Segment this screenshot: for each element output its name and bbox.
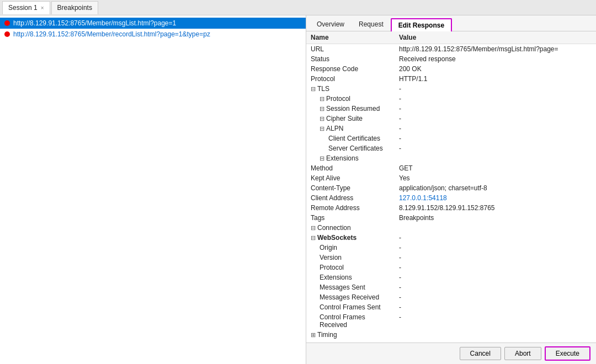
table-row: Server Certificates-	[306, 143, 596, 153]
right-tab-edit-response[interactable]: Edit Response	[391, 18, 452, 31]
table-row: ⊟Extensions	[306, 153, 596, 163]
breakpoint-dot	[4, 20, 10, 26]
table-row: ⊞Timing	[306, 330, 596, 340]
breakpoints-tab[interactable]: Breakpoints	[51, 1, 98, 14]
property-value: -	[395, 263, 596, 272]
property-value: Received response	[395, 54, 596, 64]
table-row: Response Code200 OK	[306, 64, 596, 74]
collapse-icon[interactable]: ⊟	[320, 105, 324, 113]
right-tab-request[interactable]: Request	[352, 18, 391, 31]
table-row: Messages Received-	[306, 292, 596, 302]
property-value: http://8.129.91.152:8765/Member/msgList.…	[395, 44, 596, 54]
breakpoint-list-item[interactable]: http://8.129.91.152:8765/Member/recordLi…	[0, 29, 306, 40]
property-name: Client Certificates	[328, 135, 380, 142]
collapse-icon[interactable]: ⊟	[320, 95, 324, 103]
properties-table: URLhttp://8.129.91.152:8765/Member/msgLi…	[306, 44, 596, 340]
property-name: Content-Type	[311, 184, 350, 192]
property-value: 200 OK	[395, 64, 596, 74]
table-row: Client Certificates-	[306, 133, 596, 143]
left-panel: http://8.129.91.152:8765/Member/msgList.…	[0, 15, 306, 364]
collapse-icon[interactable]: ⊟	[311, 224, 316, 232]
property-value: -	[395, 312, 596, 330]
collapse-icon[interactable]: ⊟	[320, 115, 324, 122]
collapse-icon[interactable]: ⊟	[320, 155, 324, 162]
table-row: ⊟Cipher Suite-	[306, 114, 596, 124]
property-value: -	[395, 282, 596, 292]
main-container: http://8.129.91.152:8765/Member/msgList.…	[0, 15, 596, 364]
property-name: Messages Sent	[320, 283, 365, 291]
execute-button[interactable]: Execute	[545, 346, 590, 361]
breakpoint-url[interactable]: http://8.129.91.152:8765/Member/msgList.…	[13, 19, 176, 27]
table-row: MethodGET	[306, 163, 596, 173]
table-row: Version-	[306, 253, 596, 263]
property-value: Breakpoints	[395, 213, 596, 223]
property-name: Messages Received	[320, 293, 379, 301]
abort-button[interactable]: Abort	[504, 347, 541, 360]
property-value: -	[395, 253, 596, 263]
table-row: ⊟Connection	[306, 223, 596, 233]
right-tab-overview[interactable]: Overview	[310, 18, 352, 31]
property-name: ALPN	[326, 125, 343, 132]
breakpoint-url[interactable]: http://8.129.91.152:8765/Member/recordLi…	[13, 30, 210, 38]
right-panel: OverviewRequestEdit Response Name Value …	[306, 15, 596, 364]
property-value: -	[395, 114, 596, 124]
property-value: 8.129.91.152/8.129.91.152:8765	[395, 203, 596, 213]
table-row: Remote Address8.129.91.152/8.129.91.152:…	[306, 203, 596, 213]
property-name: Protocol	[320, 264, 344, 271]
property-name: Cipher Suite	[326, 115, 363, 122]
table-row: URLhttp://8.129.91.152:8765/Member/msgLi…	[306, 44, 596, 54]
breakpoint-list-item[interactable]: http://8.129.91.152:8765/Member/msgList.…	[0, 18, 306, 29]
property-value: -	[395, 104, 596, 114]
table-row: ⊟Session Resumed-	[306, 104, 596, 114]
column-headers: Name Value	[306, 31, 596, 44]
property-value: -	[395, 143, 596, 153]
table-row: Messages Sent-	[306, 282, 596, 292]
table-row: StatusReceived response	[306, 54, 596, 64]
breakpoints-list: http://8.129.91.152:8765/Member/msgList.…	[0, 15, 306, 42]
property-name: Origin	[320, 244, 337, 251]
property-value: -	[395, 243, 596, 253]
property-value: -	[395, 124, 596, 133]
property-name: TLS	[317, 85, 329, 93]
breakpoint-dot	[4, 31, 10, 37]
property-value: application/json; charset=utf-8	[395, 183, 596, 193]
property-name: Server Certificates	[328, 144, 383, 152]
property-name: Tags	[311, 214, 324, 222]
property-name: Extensions	[326, 154, 359, 162]
property-name: URL	[311, 45, 324, 53]
session-tab-label: Session 1	[8, 4, 38, 12]
property-value: Yes	[395, 173, 596, 183]
table-row: ⊟TLS-	[306, 84, 596, 94]
property-value: -	[395, 272, 596, 282]
col-header-name: Name	[306, 31, 395, 44]
collapse-icon[interactable]: ⊟	[320, 125, 324, 132]
session-tab[interactable]: Session 1 ×	[2, 1, 50, 14]
property-value: -	[395, 302, 596, 312]
table-row: ⊟Protocol-	[306, 94, 596, 104]
property-value	[395, 330, 596, 340]
cancel-button[interactable]: Cancel	[460, 347, 501, 360]
property-name: Timing	[317, 331, 337, 339]
right-content: Name Value URLhttp://8.129.91.152:8765/M…	[306, 31, 596, 342]
property-name: Session Resumed	[326, 105, 380, 113]
property-value: -	[395, 133, 596, 143]
collapse-icon[interactable]: ⊟	[311, 85, 316, 93]
table-row: ⊟ALPN-	[306, 124, 596, 133]
session-tab-close[interactable]: ×	[41, 5, 44, 11]
table-row: ProtocolHTTP/1.1	[306, 74, 596, 84]
table-row: Control Frames Sent-	[306, 302, 596, 312]
property-value: -	[395, 94, 596, 104]
property-value: GET	[395, 163, 596, 173]
property-name: Version	[320, 254, 342, 261]
property-value	[395, 223, 596, 233]
property-name: Connection	[317, 224, 351, 232]
col-header-value: Value	[395, 31, 596, 44]
table-row: Kept AliveYes	[306, 173, 596, 183]
property-name: Method	[311, 164, 333, 172]
bottom-bar: Cancel Abort Execute	[306, 342, 596, 364]
table-row: Extensions-	[306, 272, 596, 282]
property-value: HTTP/1.1	[395, 74, 596, 84]
expand-icon[interactable]: ⊞	[311, 331, 316, 339]
table-row: Content-Typeapplication/json; charset=ut…	[306, 183, 596, 193]
collapse-icon[interactable]: ⊟	[311, 234, 316, 242]
